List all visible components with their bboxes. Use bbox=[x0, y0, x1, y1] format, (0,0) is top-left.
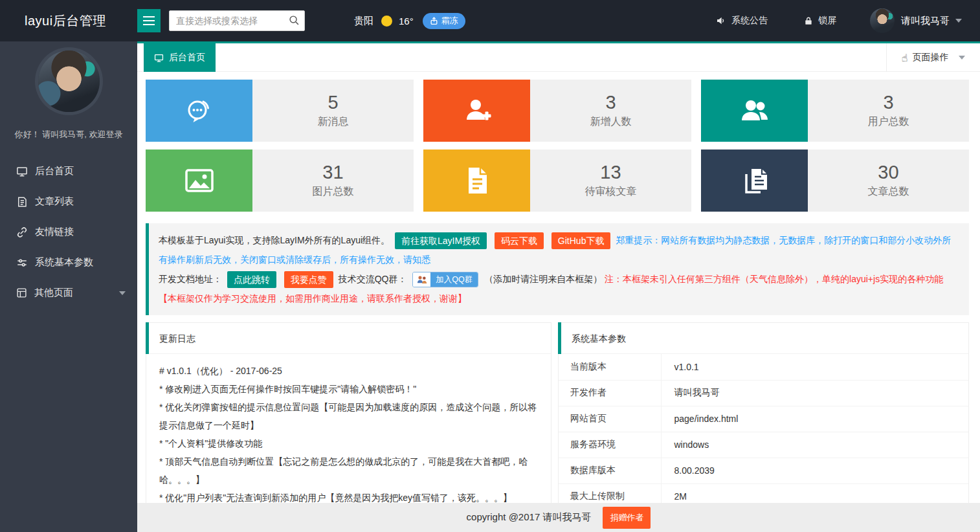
stat-card-pending-articles[interactable]: 13 待审核文章 bbox=[423, 150, 691, 212]
search-input[interactable] bbox=[169, 10, 305, 31]
qq-group-label: 技术交流QQ群： bbox=[339, 274, 407, 284]
stat-value: 3 bbox=[605, 93, 616, 113]
changelog-line: * 优化关闭弹窗按钮的提示信息位置问题【可能是因为加载速度的原因，造成这个问题，… bbox=[159, 398, 538, 434]
docs-label: 开发文档地址： bbox=[159, 274, 222, 284]
system-params-panel: 系统基本参数 当前版本v1.0.1 开发作者请叫我马哥 网站首页page/ind… bbox=[558, 322, 969, 511]
hand-pointer-icon: ☝ bbox=[902, 52, 908, 64]
files-icon bbox=[739, 165, 771, 196]
frost-alert-icon bbox=[430, 17, 438, 25]
stat-label: 文章总数 bbox=[868, 185, 909, 199]
sidebar-menu: 后台首页 文章列表 友情链接 系统基本参数 其他页面 bbox=[0, 156, 137, 308]
join-qq-group-button[interactable]: 加入QQ群 bbox=[412, 272, 478, 287]
weather-temperature: 16° bbox=[399, 16, 414, 27]
chevron-down-icon bbox=[959, 56, 965, 60]
link-icon bbox=[16, 227, 28, 238]
panels-row: 更新日志 # v1.0.1（优化） - 2017-06-25 * 修改刚进入页面… bbox=[146, 322, 969, 516]
pages-icon bbox=[16, 287, 27, 298]
user-add-icon bbox=[462, 95, 493, 126]
stat-cards: 5 新消息 3 新增人数 bbox=[146, 80, 969, 212]
lock-icon bbox=[804, 16, 813, 26]
stat-value: 13 bbox=[600, 162, 621, 183]
image-icon bbox=[183, 166, 216, 195]
file-icon bbox=[463, 165, 491, 196]
sidebar-item-links[interactable]: 友情链接 bbox=[0, 217, 137, 247]
qq-people-icon bbox=[413, 272, 430, 287]
weather-alert-badge[interactable]: 霜冻 bbox=[423, 13, 465, 29]
app-window: layui后台管理 贵阳 16° 霜冻 系统公告 锁屏 bbox=[0, 0, 980, 532]
system-announcement-link[interactable]: 系统公告 bbox=[716, 15, 768, 27]
user-avatar[interactable] bbox=[870, 8, 895, 33]
tab-home[interactable]: 后台首页 bbox=[144, 43, 216, 72]
stat-value: 3 bbox=[883, 93, 893, 113]
sidebar-item-home[interactable]: 后台首页 bbox=[0, 156, 137, 186]
stat-label: 用户总数 bbox=[868, 115, 909, 129]
changelog-body: # v1.0.1（优化） - 2017-06-25 * 修改刚进入页面无任何操作… bbox=[146, 354, 551, 516]
stat-card-total-users[interactable]: 3 用户总数 bbox=[701, 80, 969, 142]
stat-value: 31 bbox=[322, 162, 343, 183]
sidebar-avatar[interactable] bbox=[38, 50, 100, 112]
stat-value: 5 bbox=[328, 93, 338, 113]
submenu-chevron-icon bbox=[119, 291, 126, 295]
speaker-icon bbox=[716, 16, 726, 26]
chevron-down-icon bbox=[955, 19, 962, 23]
chat-bubble-icon bbox=[184, 95, 215, 126]
like-button[interactable]: 我要点赞 bbox=[284, 271, 333, 288]
github-download-button[interactable]: GitHub下载 bbox=[551, 232, 611, 249]
sunny-icon bbox=[381, 16, 392, 27]
main-area: 后台首页 ☝ 页面操作 bbox=[137, 41, 980, 532]
sidebar-greeting: 你好！ 请叫我马哥, 欢迎登录 bbox=[0, 129, 137, 140]
stat-card-total-images[interactable]: 31 图片总数 bbox=[146, 150, 414, 212]
sidebar-item-articles[interactable]: 文章列表 bbox=[0, 186, 137, 217]
hamburger-menu-button[interactable] bbox=[137, 9, 161, 32]
layim-auth-button[interactable]: 前往获取LayIM授权 bbox=[395, 232, 487, 249]
lock-screen-link[interactable]: 锁屏 bbox=[804, 15, 836, 27]
users-icon bbox=[738, 95, 772, 126]
changelog-line: * 顶部天气信息自动判断位置【忘记之前是怎么想的做成北京的了，可能是我在大首都吧… bbox=[159, 452, 538, 489]
table-row: 开发作者请叫我马哥 bbox=[559, 380, 968, 406]
stat-label: 待审核文章 bbox=[585, 185, 637, 199]
user-menu[interactable]: 请叫我马哥 bbox=[901, 15, 962, 27]
weather-widget[interactable]: 贵阳 16° 霜冻 bbox=[354, 13, 465, 29]
stat-label: 新增人数 bbox=[590, 115, 632, 129]
stat-card-new-messages[interactable]: 5 新消息 bbox=[146, 80, 414, 142]
footer: copyright @2017 请叫我马哥 捐赠作者 bbox=[137, 503, 980, 532]
monitor-icon bbox=[154, 53, 164, 63]
header-right-area: 系统公告 锁屏 请叫我马哥 bbox=[716, 8, 980, 33]
changelog-title: 更新日志 bbox=[146, 323, 551, 354]
stat-label: 图片总数 bbox=[313, 185, 354, 199]
changelog-line: * 修改刚进入页面无任何操作时按回车键提示"请输入解锁密码！" bbox=[159, 380, 538, 398]
notice-intro: 本模板基于Layui实现，支持除LayIM外所有的Layui组件。 bbox=[159, 235, 390, 245]
system-params-title: 系统基本参数 bbox=[559, 323, 968, 354]
stat-card-new-users[interactable]: 3 新增人数 bbox=[423, 80, 691, 142]
monitor-icon bbox=[16, 166, 28, 177]
table-row: 数据库版本8.00.2039 bbox=[559, 458, 968, 483]
docs-jump-button[interactable]: 点此跳转 bbox=[227, 271, 276, 288]
sidebar-item-system-params[interactable]: 系统基本参数 bbox=[0, 247, 137, 278]
qq-note: （添加时请注明来自本框架） bbox=[484, 274, 602, 284]
sidebar: 你好！ 请叫我马哥, 欢迎登录 后台首页 文章列表 友情链接 系统基本参数 其他… bbox=[0, 41, 137, 532]
settings-sliders-icon bbox=[16, 257, 28, 269]
dashboard-content: 5 新消息 3 新增人数 bbox=[137, 72, 980, 516]
table-row: 当前版本v1.0.1 bbox=[559, 354, 968, 380]
search-icon[interactable] bbox=[289, 15, 300, 26]
top-header: layui后台管理 贵阳 16° 霜冻 系统公告 锁屏 bbox=[0, 0, 980, 41]
tab-bar: 后台首页 ☝ 页面操作 bbox=[137, 43, 980, 72]
quick-search bbox=[169, 10, 305, 31]
gitee-download-button[interactable]: 码云下载 bbox=[495, 232, 544, 249]
stat-label: 新消息 bbox=[318, 115, 349, 129]
sidebar-item-other-pages[interactable]: 其他页面 bbox=[0, 278, 137, 308]
weather-city: 贵阳 bbox=[354, 15, 373, 27]
changelog-panel: 更新日志 # v1.0.1（优化） - 2017-06-25 * 修改刚进入页面… bbox=[146, 322, 551, 516]
changelog-line: * "个人资料"提供修改功能 bbox=[159, 434, 538, 452]
page-actions-dropdown[interactable]: ☝ 页面操作 bbox=[886, 43, 980, 72]
changelog-line: # v1.0.1（优化） - 2017-06-25 bbox=[159, 362, 538, 380]
stat-card-total-articles[interactable]: 30 文章总数 bbox=[701, 150, 969, 212]
table-row: 网站首页page/index.html bbox=[559, 406, 968, 432]
system-params-table: 当前版本v1.0.1 开发作者请叫我马哥 网站首页page/index.html… bbox=[559, 354, 968, 510]
username: 请叫我马哥 bbox=[901, 15, 950, 27]
app-title: layui后台管理 bbox=[0, 12, 137, 30]
donate-button[interactable]: 捐赠作者 bbox=[603, 507, 651, 529]
stat-value: 30 bbox=[878, 162, 898, 183]
hamburger-icon bbox=[143, 16, 155, 17]
copyright-text: copyright @2017 请叫我马哥 bbox=[467, 511, 592, 524]
